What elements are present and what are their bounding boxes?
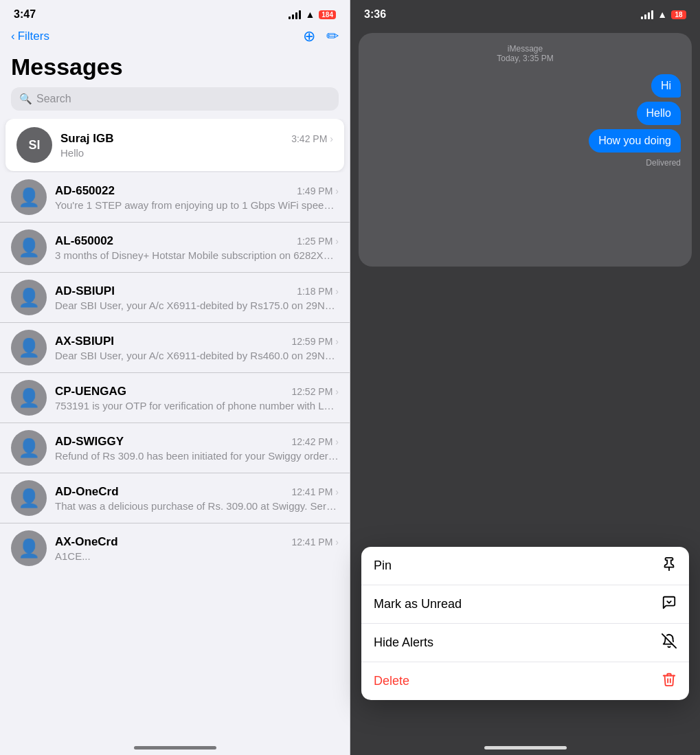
message-item-adsbiupi[interactable]: 👤 AD-SBIUPI 1:18 PM › Dear SBI User, you…: [0, 273, 350, 323]
context-item-pin[interactable]: Pin: [361, 547, 689, 585]
search-icon: 🔍: [19, 93, 32, 105]
message-preview-cpuengag: 753191 is your OTP for verification of p…: [55, 400, 339, 412]
time-adsbiupi: 1:18 PM: [297, 286, 332, 297]
status-bar-left: 3:47 ▲ 184: [0, 0, 350, 25]
avatar-adswiggy: 👤: [11, 430, 47, 466]
hide-alerts-icon: [662, 633, 677, 652]
sender-name-ad650022: AD-650022: [55, 184, 115, 198]
message-item-cpuengag[interactable]: 👤 CP-UENGAG 12:52 PM › 753191 is your OT…: [0, 373, 350, 423]
compose-button[interactable]: ✏: [326, 27, 339, 45]
message-preview-adswiggy: Refund of Rs 309.0 has been initiated fo…: [55, 450, 339, 462]
message-item-suraj[interactable]: SI Suraj IGB 3:42 PM › Hello: [5, 119, 344, 171]
back-button[interactable]: ‹ Filters: [11, 30, 49, 43]
time-cpuengag: 12:52 PM: [291, 386, 332, 397]
sender-name-adonecrd: AD-OneCrd: [55, 485, 119, 499]
context-item-mark-unread[interactable]: Mark as Unread: [361, 585, 689, 624]
nav-actions: ⊕ ✏: [303, 27, 339, 45]
message-content-al650002: AL-650002 1:25 PM › 3 months of Disney+ …: [55, 234, 339, 261]
chat-bubble-hi: Hi: [651, 74, 681, 98]
message-item-axsbiupi[interactable]: 👤 AX-SBIUPI 12:59 PM › Dear SBI User, yo…: [0, 323, 350, 373]
delivered-label: Delivered: [646, 158, 681, 168]
message-item-ad650022[interactable]: 👤 AD-650022 1:49 PM › You're 1 STEP away…: [0, 172, 350, 223]
sender-name-axonecrd: AX-OneCrd: [55, 535, 118, 549]
search-bar[interactable]: 🔍 Search: [11, 87, 339, 111]
message-item-adonecrd[interactable]: 👤 AD-OneCrd 12:41 PM › That was a delici…: [0, 473, 350, 523]
chat-messages: Hi Hello How you doing Delivered: [370, 74, 681, 256]
message-content-adonecrd: AD-OneCrd 12:41 PM › That was a deliciou…: [55, 485, 339, 512]
message-content-cpuengag: CP-UENGAG 12:52 PM › 753191 is your OTP …: [55, 385, 339, 412]
home-indicator-left: [134, 746, 216, 750]
sender-name-axsbiupi: AX-SBIUPI: [55, 335, 114, 348]
right-panel: 3:36 ▲ 18 iMessage Today, 3:35 PM Hi Hel…: [350, 0, 700, 755]
battery-badge-right: 18: [671, 10, 686, 19]
time-adonecrd: 12:41 PM: [291, 486, 332, 497]
svg-line-1: [662, 634, 676, 648]
avatar-cpuengag: 👤: [11, 380, 47, 416]
status-icons-left: ▲ 184: [289, 9, 336, 20]
sender-name-cpuengag: CP-UENGAG: [55, 385, 126, 398]
context-hide-alerts-label: Hide Alerts: [374, 635, 433, 650]
context-mark-unread-label: Mark as Unread: [374, 597, 462, 611]
context-menu-overlay: Pin Mark as Unread Hid: [361, 547, 689, 700]
message-preview-axsbiupi: Dear SBI User, your A/c X6911-debited by…: [55, 350, 339, 361]
page-title-area: Messages: [0, 51, 350, 87]
chevron-suraj: ›: [330, 133, 333, 144]
time-adswiggy: 12:42 PM: [291, 436, 332, 447]
back-label: Filters: [18, 30, 49, 43]
sender-name-adswiggy: AD-SWIGGY: [55, 435, 124, 449]
message-time-suraj: 3:42 PM ›: [291, 133, 333, 144]
avatar-ad650022: 👤: [11, 179, 47, 215]
avatar-axonecrd: 👤: [11, 530, 47, 566]
chevron-left-icon: ‹: [11, 30, 15, 43]
avatar-initials-suraj: SI: [28, 138, 40, 153]
pin-icon: [662, 556, 677, 575]
message-header-suraj: Suraj IGB 3:42 PM ›: [60, 132, 333, 146]
message-preview-suraj: Hello: [60, 147, 333, 159]
status-icons-right: ▲ 18: [641, 9, 686, 20]
nav-bar-left: ‹ Filters ⊕ ✏: [0, 25, 350, 51]
sender-name-suraj: Suraj IGB: [60, 132, 113, 146]
avatar-adonecrd: 👤: [11, 480, 47, 516]
status-time-left: 3:47: [14, 8, 36, 21]
avatar-al650002: 👤: [11, 229, 47, 265]
search-placeholder: Search: [36, 93, 71, 105]
avatar-adsbiupi: 👤: [11, 280, 47, 315]
left-panel: 3:47 ▲ 184 ‹ Filters ⊕ ✏ Messages 🔍 Sear…: [0, 0, 350, 755]
message-preview-adonecrd: That was a delicious purchase of Rs. 309…: [55, 500, 339, 512]
context-pin-label: Pin: [374, 559, 392, 573]
message-item-adswiggy[interactable]: 👤 AD-SWIGGY 12:42 PM › Refund of Rs 309.…: [0, 423, 350, 473]
delete-icon: [662, 672, 677, 690]
time-ad650022: 1:49 PM: [297, 185, 332, 196]
chat-service-label: iMessage: [370, 44, 681, 54]
context-item-hide-alerts[interactable]: Hide Alerts: [361, 624, 689, 662]
message-content-axonecrd: AX-OneCrd 12:41 PM › A1CE...: [55, 535, 339, 562]
message-item-axonecrd[interactable]: 👤 AX-OneCrd 12:41 PM › A1CE...: [0, 523, 350, 573]
message-preview-axonecrd: A1CE...: [55, 550, 339, 562]
page-title: Messages: [11, 54, 339, 80]
time-suraj: 3:42 PM: [291, 133, 327, 144]
mark-unread-icon: [662, 595, 677, 613]
message-item-al650002[interactable]: 👤 AL-650002 1:25 PM › 3 months of Disney…: [0, 223, 350, 273]
sender-name-adsbiupi: AD-SBIUPI: [55, 284, 115, 298]
more-button[interactable]: ⊕: [303, 27, 315, 45]
chat-date-label: Today, 3:35 PM: [370, 54, 681, 63]
status-bar-right: 3:36 ▲ 18: [350, 0, 700, 25]
chat-bubble-how: How you doing: [589, 129, 681, 153]
status-time-right: 3:36: [364, 8, 386, 21]
battery-badge-left: 184: [319, 10, 336, 19]
chat-container: iMessage Today, 3:35 PM Hi Hello How you…: [359, 33, 692, 267]
wifi-icon-left: ▲: [305, 9, 315, 20]
messages-list: SI Suraj IGB 3:42 PM › Hello 👤 A: [0, 119, 350, 755]
message-preview-adsbiupi: Dear SBI User, your A/c X6911-debited by…: [55, 300, 339, 311]
time-axsbiupi: 12:59 PM: [291, 336, 332, 347]
message-content-ad650022: AD-650022 1:49 PM › You're 1 STEP away f…: [55, 184, 339, 211]
signal-bars-right: [641, 10, 653, 19]
chat-header: iMessage Today, 3:35 PM: [370, 44, 681, 63]
time-axonecrd: 12:41 PM: [291, 537, 332, 548]
message-preview-ad650022: You're 1 STEP away from enjoying up to 1…: [55, 199, 339, 211]
signal-bars-left: [289, 10, 301, 19]
context-item-delete[interactable]: Delete: [361, 662, 689, 700]
message-content-adswiggy: AD-SWIGGY 12:42 PM › Refund of Rs 309.0 …: [55, 435, 339, 462]
chat-bubble-hello: Hello: [637, 102, 681, 125]
avatar-axsbiupi: 👤: [11, 330, 47, 365]
